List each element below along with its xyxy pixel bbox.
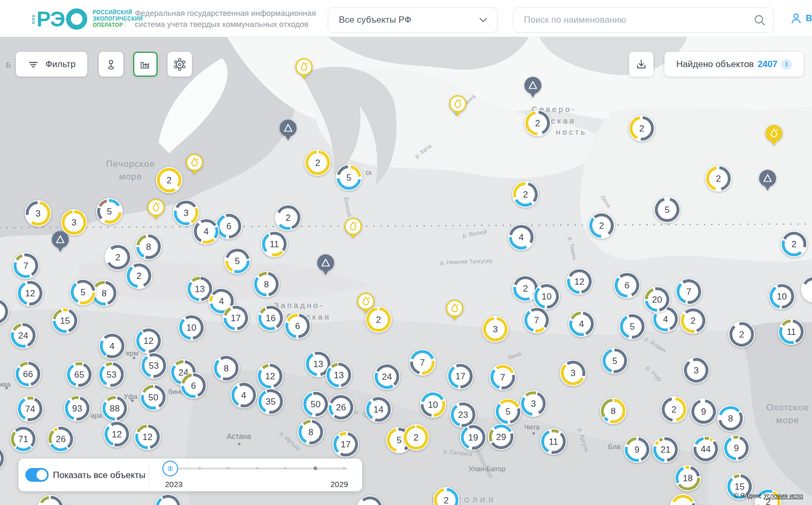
cluster-marker[interactable]: 20	[643, 285, 671, 314]
warning-triangle-pin-icon[interactable]	[278, 119, 298, 142]
droplet-pin-filled-icon[interactable]	[764, 124, 784, 147]
year-slider-handle[interactable]	[162, 461, 178, 476]
cluster-marker[interactable]: 15	[51, 306, 79, 335]
cluster-marker[interactable]: 16	[256, 304, 285, 332]
cluster-marker[interactable]: 2	[303, 148, 332, 177]
cluster-marker[interactable]: 2	[587, 211, 616, 240]
download-button[interactable]	[629, 52, 653, 77]
cluster-marker[interactable]: 8	[252, 270, 281, 298]
cluster-marker[interactable]	[800, 275, 812, 304]
placemark-tool-button[interactable]	[99, 52, 123, 77]
cluster-marker[interactable]: 5	[95, 197, 124, 226]
cluster-marker[interactable]: 18	[673, 464, 702, 492]
cluster-marker[interactable]	[0, 297, 10, 326]
cluster-marker[interactable]: 12	[16, 279, 44, 307]
cluster-marker[interactable]: 4	[507, 223, 536, 251]
warning-triangle-pin-icon[interactable]	[316, 254, 336, 277]
cluster-marker[interactable]: 10	[419, 390, 447, 419]
cluster-marker[interactable]: 24	[373, 362, 401, 391]
show-all-objects-toggle[interactable]	[25, 468, 49, 482]
cluster-marker[interactable]: 17	[331, 430, 360, 459]
cluster-marker[interactable]: 14	[364, 395, 393, 424]
cluster-marker[interactable]: 5	[494, 397, 522, 426]
cluster-marker[interactable]: 29	[487, 423, 515, 451]
cluster-marker[interactable]: 7	[675, 277, 703, 306]
cluster-marker[interactable]	[356, 494, 384, 505]
cluster-marker[interactable]: 35	[256, 387, 285, 416]
cluster-marker[interactable]: 2	[125, 261, 153, 290]
cluster-marker[interactable]: 2	[523, 109, 552, 137]
cluster-marker[interactable]: 44	[691, 435, 720, 463]
cluster-marker[interactable]: 8	[212, 354, 241, 382]
slider-year-dot[interactable]	[198, 467, 201, 470]
cluster-marker[interactable]: 53	[97, 360, 126, 389]
cluster-marker[interactable]	[0, 444, 6, 473]
droplet-pin-icon[interactable]	[294, 58, 314, 81]
cluster-marker[interactable]: 5	[601, 347, 629, 375]
droplet-pin-icon[interactable]	[146, 198, 166, 221]
cluster-marker[interactable]: 50	[301, 390, 330, 418]
slider-year-dot[interactable]	[226, 467, 229, 470]
droplet-pin-icon[interactable]	[445, 299, 465, 322]
cluster-marker[interactable]: 53	[140, 351, 168, 380]
cluster-marker[interactable]: 2	[679, 306, 707, 335]
cluster-marker[interactable]: 9	[623, 435, 651, 464]
cluster-marker[interactable]: 10	[532, 282, 561, 311]
cluster-marker[interactable]: 11	[260, 230, 289, 258]
user-account-button[interactable]: В	[790, 12, 812, 25]
cluster-marker[interactable]: 3	[519, 389, 548, 418]
cluster-marker[interactable]: 6	[179, 371, 208, 400]
droplet-pin-icon[interactable]	[184, 153, 205, 176]
cluster-marker[interactable]: 26	[47, 425, 75, 453]
cluster-marker[interactable]: 10	[768, 282, 796, 311]
search-input[interactable]	[524, 15, 753, 25]
cluster-marker[interactable]: 8	[599, 397, 628, 425]
cluster-marker[interactable]: 8	[134, 232, 163, 261]
cluster-marker[interactable]: 24	[9, 321, 38, 350]
cluster-marker[interactable]: 2	[628, 114, 656, 143]
droplet-pin-icon[interactable]	[356, 292, 376, 315]
map-canvas[interactable]: Фильтр	[0, 37, 812, 505]
cluster-marker[interactable]: 17	[222, 304, 250, 332]
cluster-marker[interactable]: 4	[229, 381, 258, 409]
cluster-marker[interactable]	[669, 493, 697, 505]
cluster-marker[interactable]: 17	[446, 362, 475, 390]
cluster-marker[interactable]: 5	[223, 247, 252, 275]
cluster-marker[interactable]: 2	[402, 423, 430, 452]
year-slider-track[interactable]	[172, 467, 347, 470]
cluster-marker[interactable]	[36, 494, 65, 505]
filter-button[interactable]: Фильтр	[16, 52, 87, 77]
cluster-marker[interactable]: 2	[432, 486, 460, 505]
slider-year-dot[interactable]	[256, 467, 259, 470]
cluster-marker[interactable]: 50	[139, 383, 168, 412]
cluster-marker[interactable]: 11	[777, 317, 806, 346]
cluster-marker[interactable]: 2	[727, 320, 756, 349]
cluster-marker[interactable]: 8	[297, 418, 325, 446]
facilities-layer-button-active[interactable]	[133, 52, 158, 77]
cluster-marker[interactable]: 8	[716, 404, 745, 433]
cluster-marker[interactable]: 9	[689, 397, 718, 426]
droplet-pin-icon[interactable]	[448, 95, 468, 118]
cluster-marker[interactable]: 4	[98, 332, 126, 360]
cluster-marker[interactable]: 88	[100, 394, 129, 423]
cluster-marker[interactable]: 21	[651, 435, 680, 464]
slider-year-dot[interactable]	[284, 467, 287, 470]
cluster-marker[interactable]: 5	[69, 278, 97, 306]
cluster-marker[interactable]: 6	[613, 271, 641, 300]
slider-year-dot[interactable]	[313, 466, 317, 470]
cluster-marker[interactable]: 5	[335, 163, 363, 192]
cluster-marker[interactable]: 93	[63, 394, 91, 423]
cluster-marker[interactable]: 2	[274, 203, 302, 232]
cluster-marker[interactable]: 19	[459, 423, 487, 452]
cluster-marker[interactable]: 12	[103, 420, 131, 448]
droplet-pin-icon[interactable]	[343, 217, 363, 240]
cluster-marker[interactable]: 66	[14, 360, 42, 388]
cluster-marker[interactable]: 26	[327, 393, 355, 422]
cluster-marker[interactable]: 12	[134, 326, 163, 355]
cluster-marker[interactable]: 10	[177, 313, 206, 342]
cluster-marker[interactable]: 13	[325, 361, 353, 389]
warning-triangle-pin-icon[interactable]	[50, 230, 70, 254]
cluster-marker[interactable]: 12	[565, 267, 594, 296]
region-select-dropdown[interactable]: Все субъекты РФ	[328, 7, 498, 33]
cluster-marker[interactable]: 3	[24, 199, 52, 228]
